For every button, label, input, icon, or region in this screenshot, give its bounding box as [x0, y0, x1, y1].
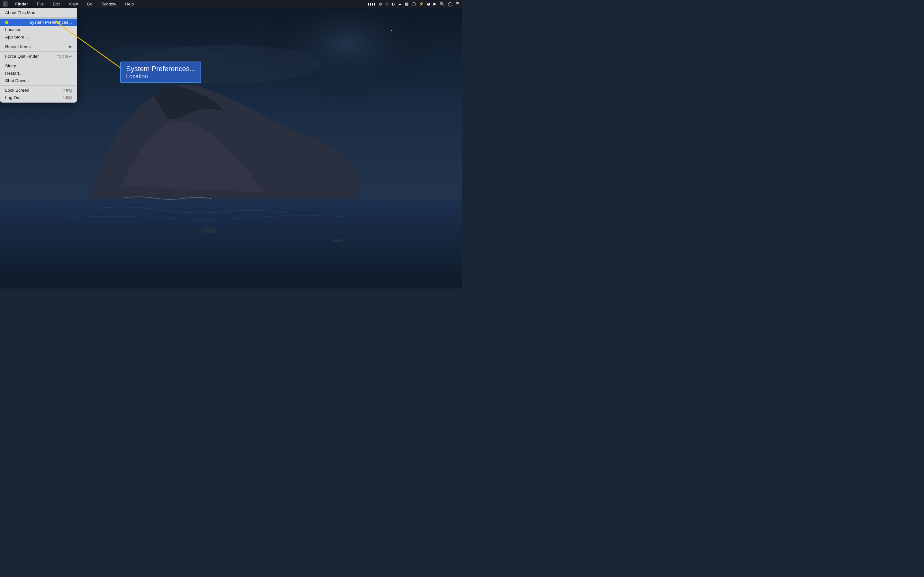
- svg-point-6: [256, 25, 257, 26]
- menu-item-sleep[interactable]: Sleep: [0, 62, 77, 69]
- time-machine-icon[interactable]: ◯: [412, 2, 416, 6]
- yellow-dot: [5, 21, 8, 24]
- recent-items-arrow: ▶: [69, 45, 72, 49]
- lock-screen-label: Lock Screen: [5, 88, 29, 93]
- menu-divider-2: [0, 42, 77, 42]
- app-store-label: App Store...: [5, 35, 28, 39]
- force-quit-label: Force Quit Finder: [5, 54, 39, 59]
- svg-point-9: [331, 239, 342, 242]
- lock-screen-shortcut: ^⌘Q: [63, 88, 72, 93]
- menu-divider-5: [0, 85, 77, 85]
- bluetooth-icon[interactable]: ⚡: [419, 2, 424, 6]
- wifi-icon[interactable]: ⊛: [379, 2, 382, 6]
- menu-item-about[interactable]: About This Mac: [0, 9, 77, 16]
- shut-down-label: Shut Down...: [5, 78, 30, 83]
- menubar-go[interactable]: Go: [85, 2, 94, 6]
- menu-item-force-quit[interactable]: Force Quit Finder ⌥⇧⌘↩: [0, 53, 77, 60]
- svg-point-2: [391, 30, 392, 31]
- battery-icon[interactable]: ▮▮▮▮: [368, 2, 375, 6]
- menu-divider-1: [0, 17, 77, 18]
- menubar-left:  Finder File Edit View Go Window Help: [3, 1, 136, 7]
- apple-dropdown-menu: About This Mac System Preferences... Loc…: [0, 8, 77, 103]
- recent-items-label: Recent Items: [5, 44, 31, 49]
- svg-rect-7: [0, 199, 462, 288]
- menu-item-location[interactable]: Location: [0, 26, 77, 33]
- callout-line1: System Preferences...: [126, 65, 195, 73]
- menu-item-restart[interactable]: Restart...: [0, 69, 77, 77]
- sleep-label: Sleep: [5, 63, 16, 68]
- restart-label: Restart...: [5, 71, 23, 76]
- airplay-icon[interactable]: ▩: [405, 2, 409, 6]
- menu-item-shut-down[interactable]: Shut Down...: [0, 77, 77, 84]
- menubar-window[interactable]: Window: [99, 2, 118, 6]
- callout-line2: Location: [126, 73, 195, 80]
- log-out-label: Log Out: [5, 95, 21, 100]
- menubar-right: ▮▮▮▮ ⊛ ◇ ◐ ☁ ▩ ◯ ⚡ ◕ ▶ 🔍 ◯ ☰: [368, 2, 459, 6]
- menu-item-system-prefs[interactable]: System Preferences...: [0, 19, 77, 26]
- menu-item-log-out[interactable]: Log Out ⇧⌘Q: [0, 94, 77, 101]
- volume-icon[interactable]: ▶: [433, 2, 436, 6]
- menu-item-app-store[interactable]: App Store...: [0, 33, 77, 41]
- control-center-icon[interactable]: ☰: [456, 2, 459, 6]
- menu-item-lock-screen[interactable]: Lock Screen ^⌘Q: [0, 87, 77, 94]
- log-out-shortcut: ⇧⌘Q: [62, 95, 72, 100]
- menubar-edit[interactable]: Edit: [51, 2, 61, 6]
- menubar-view[interactable]: View: [67, 2, 80, 6]
- icloud-icon[interactable]: ☁: [398, 2, 402, 6]
- menubar-file[interactable]: File: [35, 2, 45, 6]
- menu-item-recent-items[interactable]: Recent Items ▶: [0, 43, 77, 50]
- menu-divider-3: [0, 51, 77, 52]
- system-prefs-label: System Preferences...: [29, 20, 72, 25]
- about-label: About This Mac: [5, 10, 35, 15]
- svg-point-5: [417, 41, 417, 42]
- menubar:  Finder File Edit View Go Window Help ▮…: [0, 0, 462, 8]
- svg-point-8: [200, 228, 216, 234]
- location-label: Location: [5, 27, 21, 32]
- creative-cloud-icon[interactable]: ◐: [391, 2, 395, 6]
- callout-box: System Preferences... Location: [120, 61, 201, 83]
- dropbox-icon[interactable]: ◇: [385, 2, 388, 6]
- force-quit-shortcut: ⌥⇧⌘↩: [57, 54, 72, 59]
- svg-point-4: [352, 13, 353, 13]
- menubar-finder[interactable]: Finder: [13, 2, 30, 6]
- user-icon[interactable]: ◯: [448, 2, 453, 6]
- svg-point-3: [288, 19, 289, 19]
- apple-menu-button[interactable]: : [3, 1, 8, 7]
- wifi-status-icon[interactable]: ◕: [427, 2, 430, 6]
- menubar-help[interactable]: Help: [123, 2, 136, 6]
- search-icon[interactable]: 🔍: [439, 2, 445, 6]
